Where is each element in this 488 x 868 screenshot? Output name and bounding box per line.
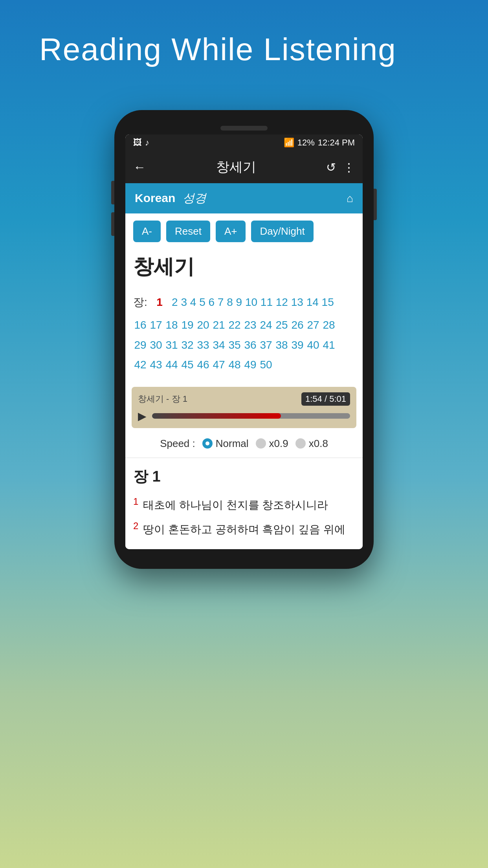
book-title: 창세기	[125, 249, 363, 289]
chapter-5[interactable]: 5	[199, 296, 205, 308]
radio-x08[interactable]	[295, 438, 306, 449]
speed-x08-label: x0.8	[309, 438, 328, 450]
app-bar-title: 창세기	[154, 158, 318, 176]
chapter-32[interactable]: 32	[180, 335, 194, 355]
app-bar: ← 창세기 ↺ ⋮	[125, 151, 363, 183]
chapter-22[interactable]: 22	[227, 315, 242, 335]
chapter-49[interactable]: 49	[243, 355, 257, 375]
chapter-34[interactable]: 34	[212, 335, 226, 355]
chapter-21[interactable]: 21	[212, 315, 226, 335]
back-button[interactable]: ←	[133, 160, 146, 175]
chapter-37[interactable]: 37	[259, 335, 273, 355]
audio-player: 창세기 - 장 1 1:54 / 5:01 ▶	[132, 387, 356, 428]
chapter-28[interactable]: 28	[322, 315, 336, 335]
chapter-19[interactable]: 19	[180, 315, 194, 335]
chapter-45[interactable]: 45	[180, 355, 194, 375]
chapter-15[interactable]: 15	[322, 296, 334, 308]
phone-mockup: 🖼 ♪ 📶 12% 12:24 PM ← 창세기 ↺ ⋮	[114, 110, 374, 569]
speed-x09-label: x0.9	[269, 438, 288, 450]
chapter-30[interactable]: 30	[149, 335, 163, 355]
audio-track-title: 창세기 - 장 1	[138, 393, 187, 405]
chapter-36[interactable]: 36	[243, 335, 257, 355]
chapter-heading: 장 1	[133, 467, 355, 487]
chapter-13[interactable]: 13	[291, 296, 303, 308]
reset-button[interactable]: Reset	[166, 221, 210, 242]
play-button[interactable]: ▶	[138, 410, 147, 423]
battery-text: 12%	[297, 138, 315, 148]
divider	[125, 458, 363, 458]
verse-num-2: 2	[133, 520, 138, 531]
chapter-20[interactable]: 20	[196, 315, 210, 335]
chapter-10[interactable]: 10	[245, 296, 257, 308]
power-button[interactable]	[374, 189, 377, 220]
status-bar: 🖼 ♪ 📶 12% 12:24 PM	[125, 134, 363, 151]
speaker-grille	[220, 126, 268, 131]
verse-2: 2 땅이 혼돈하고 공허하며 흑암이 깊음 위에	[133, 518, 355, 539]
chapter-14[interactable]: 14	[306, 296, 319, 308]
chapter-38[interactable]: 38	[275, 335, 289, 355]
time-display: 12:24 PM	[318, 138, 355, 148]
chapter-46[interactable]: 46	[196, 355, 210, 375]
home-icon[interactable]: ⌂	[347, 192, 353, 205]
chapter-26[interactable]: 26	[290, 315, 305, 335]
chapter-39[interactable]: 39	[290, 335, 305, 355]
speed-option-normal[interactable]: Normal	[202, 438, 249, 450]
chapter-8[interactable]: 8	[227, 296, 233, 308]
chapter-41[interactable]: 41	[322, 335, 336, 355]
verse-1: 1 태초에 하나님이 천지를 창조하시니라	[133, 494, 355, 515]
chapter-11[interactable]: 11	[261, 296, 273, 308]
chapter-29[interactable]: 29	[133, 335, 147, 355]
chapter-50[interactable]: 50	[259, 355, 273, 375]
chapter-31[interactable]: 31	[165, 335, 179, 355]
radio-normal[interactable]	[202, 438, 213, 449]
phone-screen: 🖼 ♪ 📶 12% 12:24 PM ← 창세기 ↺ ⋮	[125, 134, 363, 549]
chapter-18[interactable]: 18	[165, 315, 179, 335]
refresh-button[interactable]: ↺	[326, 160, 336, 174]
volume-up-button[interactable]	[111, 181, 114, 204]
progress-bar-container[interactable]	[152, 413, 350, 419]
chapter-9[interactable]: 9	[236, 296, 242, 308]
radio-x09[interactable]	[256, 438, 266, 449]
controls-row: A- Reset A+ Day/Night	[125, 213, 363, 249]
chapter-43[interactable]: 43	[149, 355, 163, 375]
audio-time-display: 1:54 / 5:01	[301, 392, 350, 406]
speed-option-x08[interactable]: x0.8	[295, 438, 328, 450]
font-decrease-button[interactable]: A-	[133, 221, 161, 242]
chapter-48[interactable]: 48	[227, 355, 242, 375]
chapter-35[interactable]: 35	[227, 335, 242, 355]
chapter-content: 장 1 1 태초에 하나님이 천지를 창조하시니라 2 땅이 혼돈하고 공허하며…	[125, 460, 363, 550]
chapter-6[interactable]: 6	[208, 296, 215, 308]
chapter-3[interactable]: 3	[181, 296, 187, 308]
chapter-16[interactable]: 16	[133, 315, 147, 335]
status-right: 📶 12% 12:24 PM	[284, 138, 355, 148]
chapter-42[interactable]: 42	[133, 355, 147, 375]
active-chapter-num[interactable]: 1	[156, 296, 163, 308]
chapter-44[interactable]: 44	[165, 355, 179, 375]
korean-sub: 성경	[183, 191, 206, 204]
speed-option-x09[interactable]: x0.9	[256, 438, 288, 450]
chapter-23[interactable]: 23	[243, 315, 257, 335]
chapter-27[interactable]: 27	[306, 315, 320, 335]
chapter-4[interactable]: 4	[190, 296, 196, 308]
chapter-40[interactable]: 40	[306, 335, 320, 355]
app-bar-icons: ↺ ⋮	[326, 160, 355, 174]
phone-speaker-area	[125, 126, 363, 131]
chapter-numbers-row4: 42 43 44 45 46 47 48 49 50	[133, 355, 355, 375]
status-left: 🖼 ♪	[133, 138, 149, 148]
speed-row: Speed : Normal x0.9 x0.8	[125, 432, 363, 455]
chapter-47[interactable]: 47	[212, 355, 226, 375]
verse-text-1: 태초에 하나님이 천지를 창조하시니라	[143, 499, 328, 511]
chapter-33[interactable]: 33	[196, 335, 210, 355]
chapter-24[interactable]: 24	[259, 315, 273, 335]
chapter-numbers-row2: 16 17 18 19 20 21 22 23 24 25 26 27 28	[133, 315, 355, 335]
chapter-25[interactable]: 25	[275, 315, 289, 335]
day-night-button[interactable]: Day/Night	[251, 221, 313, 242]
menu-button[interactable]: ⋮	[343, 160, 355, 174]
chapter-17[interactable]: 17	[149, 315, 163, 335]
chapter-7[interactable]: 7	[218, 296, 224, 308]
font-increase-button[interactable]: A+	[216, 221, 246, 242]
chapter-12[interactable]: 12	[276, 296, 288, 308]
speed-label: Speed :	[160, 438, 195, 450]
chapter-2[interactable]: 2	[172, 296, 178, 308]
volume-down-button[interactable]	[111, 212, 114, 236]
